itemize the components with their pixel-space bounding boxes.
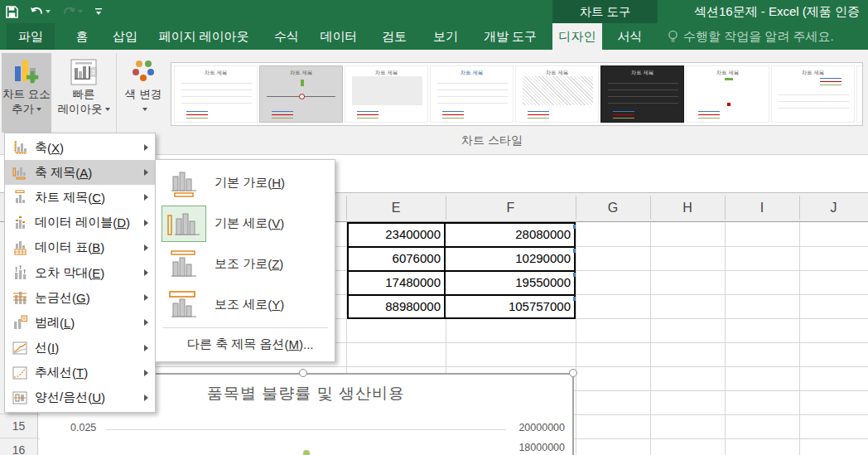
chart-style-thumbnail-6[interactable]: 차트 제목 <box>600 65 684 123</box>
chart-title-icon <box>12 190 27 205</box>
chart-gridline <box>106 429 506 430</box>
tab-design-active[interactable]: 디자인 <box>552 23 602 50</box>
redo-icon <box>62 6 76 18</box>
ribbon-tab-row: 파일 홈 삽입 페이지 레이아웃 수식 데이터 검토 보기 개발 도구 디자인 … <box>0 23 868 50</box>
submenu-arrow-icon <box>144 244 148 251</box>
range-indicator <box>573 225 576 229</box>
tab-formulas[interactable]: 수식 <box>267 23 306 50</box>
redo-button[interactable] <box>56 0 89 23</box>
column-header-F[interactable]: F <box>446 193 576 222</box>
cell-E10[interactable]: 88980000 <box>349 296 446 318</box>
save-icon <box>6 6 18 18</box>
menu-item-trendline[interactable]: 추세선T <box>5 361 155 385</box>
tab-file[interactable]: 파일 <box>7 23 55 50</box>
column-header-E[interactable]: E <box>346 193 446 222</box>
tab-insert[interactable]: 삽입 <box>106 23 144 50</box>
column-header-H[interactable]: H <box>650 193 725 222</box>
customize-qat-button[interactable] <box>89 0 108 23</box>
document-title: 섹션16문제 - Excel (제품 인증 <box>694 0 860 23</box>
column-header-J[interactable]: J <box>799 193 868 222</box>
submenu-item-primary-horizontal[interactable]: 기본 가로H <box>157 162 333 203</box>
cell-E8[interactable]: 6076000 <box>349 248 446 270</box>
menu-item-legend[interactable]: 범례L <box>5 310 155 335</box>
submenu-item-secondary-vertical[interactable]: 보조 세로Y <box>157 284 333 325</box>
tab-home[interactable]: 홈 <box>65 23 99 50</box>
chart-style-thumbnail-7[interactable]: 차트 제목 <box>686 65 769 123</box>
secondary-horizontal-icon <box>162 246 206 283</box>
chart-style-thumbnail-1[interactable]: 차트 제목 <box>174 65 258 123</box>
cell-E9[interactable]: 17480000 <box>349 272 446 294</box>
submenu-arrow-icon <box>144 345 148 351</box>
header-separator <box>446 196 446 220</box>
tab-developer[interactable]: 개발 도구 <box>475 23 545 50</box>
add-chart-element-label-2: 추가 <box>12 103 41 116</box>
data-labels-icon <box>12 215 27 230</box>
chart-selection-handle-top-right[interactable] <box>569 369 577 377</box>
axis-titles-icon <box>12 165 27 180</box>
chart-style-thumbnail-2-selected[interactable]: 차트 제목 <box>259 65 343 123</box>
cell-E7[interactable]: 23400000 <box>349 224 446 246</box>
chart-style-thumbnail-9[interactable]: 차트 제목 <box>856 65 863 123</box>
updown-bars-icon <box>12 390 27 405</box>
chart-style-thumbnail-3[interactable]: 차트 제목 <box>345 65 428 123</box>
cell-F9[interactable]: 19550000 <box>446 272 574 294</box>
menu-item-label: 데이터 레이블 <box>35 215 113 230</box>
column-header-I[interactable]: I <box>725 193 799 222</box>
title-bar: 차트 도구 섹션16문제 - Excel (제품 인증 <box>0 0 868 23</box>
chart-selection-handle-top-center[interactable] <box>299 369 307 377</box>
undo-icon <box>30 6 44 18</box>
change-colors-label: 색 변경 <box>125 88 162 101</box>
menu-item-gridlines[interactable]: 눈금선G <box>5 285 155 310</box>
quick-layout-icon <box>69 58 99 86</box>
menu-item-axis-titles[interactable]: 축 제목A <box>5 160 155 185</box>
chart-style-thumbnail-8[interactable]: 차트 제목 <box>771 65 855 123</box>
undo-caret-icon[interactable] <box>46 10 51 13</box>
submenu-item-more-axis-title-options[interactable]: 다른 축 제목 옵션M... <box>157 331 333 358</box>
submenu-item-primary-vertical[interactable]: 기본 세로V <box>157 203 333 244</box>
row-header-16[interactable]: 16 <box>0 438 37 455</box>
range-indicator <box>573 297 576 301</box>
chart-style-thumbnail-5[interactable]: 차트 제목 <box>515 65 599 123</box>
primary-horizontal-icon <box>162 165 206 201</box>
submenu-arrow-icon <box>144 319 148 326</box>
header-separator <box>725 196 726 220</box>
submenu-item-label: 보조 가로 <box>215 256 268 272</box>
menu-item-data-labels[interactable]: 데이터 레이블D <box>5 211 155 235</box>
menu-item-data-table[interactable]: 데이터 표B <box>5 235 155 260</box>
chart-right-axis-tick: 20000000 <box>518 422 565 433</box>
add-chart-element-button[interactable]: 차트 요소 추가 <box>2 53 51 133</box>
undo-button[interactable] <box>24 0 56 23</box>
lines-icon <box>12 341 27 356</box>
redo-caret-icon <box>78 10 83 13</box>
tab-format[interactable]: 서식 <box>602 23 658 50</box>
tab-page-layout[interactable]: 페이지 레이아웃 <box>151 23 257 50</box>
submenu-arrow-icon <box>144 294 148 301</box>
change-colors-button[interactable]: 색 변경 <box>119 53 167 133</box>
cell-F10[interactable]: 105757000 <box>446 296 574 318</box>
save-button[interactable] <box>0 0 24 23</box>
menu-item-updown-bars[interactable]: 양선/음선U <box>5 385 155 410</box>
chart-style-thumbnail-4[interactable]: 차트 제목 <box>430 65 514 123</box>
menu-item-lines[interactable]: 선I <box>5 336 155 361</box>
tell-me-box[interactable]: 수행할 작업을 알려 주세요. <box>668 23 834 50</box>
tab-review[interactable]: 검토 <box>373 23 416 50</box>
cell-F7[interactable]: 28080000 <box>446 224 574 246</box>
submenu-arrow-icon <box>144 269 148 276</box>
quick-layout-button[interactable]: 빠른 레이아웃 <box>53 53 114 133</box>
submenu-arrow-icon <box>144 144 148 151</box>
menu-item-error-bars[interactable]: 오차 막대E <box>5 260 155 285</box>
row-header-15[interactable]: 15 <box>0 414 37 438</box>
submenu-item-secondary-horizontal[interactable]: 보조 가로Z <box>157 244 333 284</box>
add-chart-element-label-1: 차트 요소 <box>2 88 51 101</box>
axes-icon <box>12 140 27 155</box>
tab-data[interactable]: 데이터 <box>315 23 363 50</box>
tab-view[interactable]: 보기 <box>424 23 467 50</box>
submenu-arrow-icon <box>144 169 148 176</box>
submenu-item-label: 기본 가로 <box>215 175 268 191</box>
column-header-G[interactable]: G <box>576 193 650 222</box>
chart-data-point-marker[interactable] <box>303 450 310 455</box>
menu-item-axes[interactable]: 축X <box>5 135 155 160</box>
cell-F8[interactable]: 10290000 <box>446 248 574 270</box>
menu-item-chart-title[interactable]: 차트 제목C <box>5 185 155 210</box>
header-separator <box>650 196 651 220</box>
